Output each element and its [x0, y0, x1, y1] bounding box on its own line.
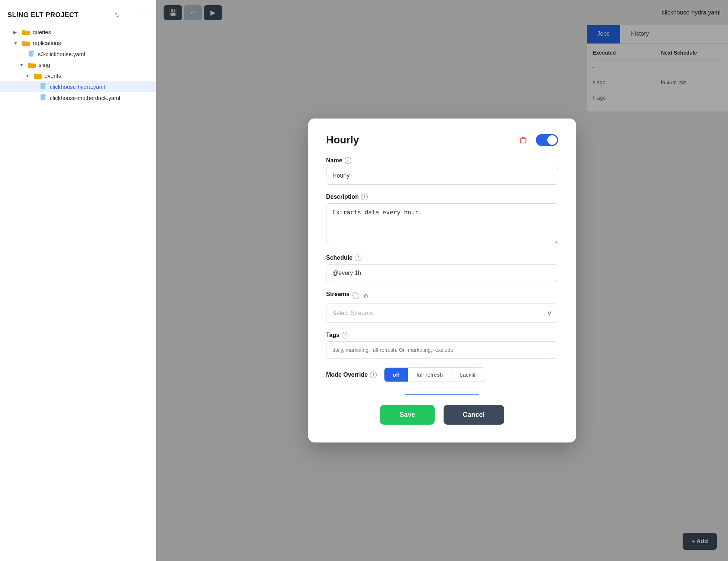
folder-icon — [22, 40, 30, 46]
save-button[interactable]: Save — [380, 405, 434, 425]
modal-header: Hourly — [326, 133, 558, 147]
sidebar-label-queries: queries — [33, 29, 51, 35]
streams-select[interactable]: Select Streams ∨ — [326, 304, 558, 323]
streams-gear-icon[interactable]: ⚙ — [362, 292, 370, 299]
toggle-knob — [547, 135, 557, 145]
mode-override-label: Mode Override i — [326, 372, 377, 378]
schedule-field-group: Schedule i — [326, 254, 558, 282]
refresh-icon[interactable]: ↻ — [113, 10, 122, 19]
modal-overlay[interactable]: Hourly Name — [156, 0, 728, 561]
expand-icon[interactable]: ⛶ — [126, 10, 135, 19]
toggle-switch[interactable] — [536, 134, 558, 146]
main-content: 💾 ↩ ▶ clickhouse-hydra.yaml Jobs History — [156, 0, 728, 561]
svg-rect-1 — [22, 30, 25, 32]
name-field-group: Name i — [326, 157, 558, 185]
sidebar-header: SLING ELT PROJECT ↻ ⛶ — — [0, 6, 156, 27]
schedule-input[interactable] — [326, 264, 558, 282]
chevron-down-icon: ∨ — [547, 309, 552, 317]
description-info-icon[interactable]: i — [361, 194, 368, 200]
sidebar-title: SLING ELT PROJECT — [7, 11, 78, 19]
tags-info-icon[interactable]: i — [342, 332, 348, 338]
streams-field-group: Streams i ⚙ Select Streams ∨ — [326, 291, 558, 323]
svg-rect-6 — [28, 63, 31, 64]
minimize-icon[interactable]: — — [139, 10, 148, 19]
modal-actions: Save Cancel — [326, 405, 558, 425]
modal-title: Hourly — [326, 134, 359, 146]
schedule-label: Schedule i — [326, 254, 558, 261]
sidebar-label-events: events — [45, 72, 61, 79]
delete-button[interactable] — [516, 133, 530, 147]
sidebar-item-queries[interactable]: ▶ queries — [0, 27, 156, 38]
folder-icon — [22, 29, 30, 35]
file-icon — [40, 83, 47, 90]
file-icon — [28, 51, 35, 57]
tags-field-group: Tags i — [326, 332, 558, 359]
arrow-icon: ▼ — [19, 62, 25, 68]
schedule-info-icon[interactable]: i — [355, 254, 361, 261]
modal-dialog: Hourly Name — [308, 119, 576, 442]
streams-label: Streams — [326, 291, 349, 298]
mode-option-backfill[interactable]: backfill — [451, 368, 485, 382]
name-input[interactable] — [326, 167, 558, 185]
sidebar-item-sling[interactable]: ▼ sling — [0, 59, 156, 70]
cancel-button[interactable]: Cancel — [444, 405, 504, 425]
description-textarea[interactable] — [326, 203, 558, 244]
description-label: Description i — [326, 194, 558, 200]
description-field-group: Description i — [326, 194, 558, 246]
streams-label-row: Streams i ⚙ — [326, 291, 558, 301]
streams-info-icon[interactable]: i — [352, 292, 359, 299]
arrow-icon: ▼ — [13, 40, 19, 46]
app-container: SLING ELT PROJECT ↻ ⛶ — ▶ queries ▼ repl… — [0, 0, 728, 561]
svg-rect-4 — [29, 51, 33, 56]
sidebar-item-clickhouse-motherduck[interactable]: clickhouse-motherduck.yaml — [0, 92, 156, 103]
sidebar-label-s3-clickhouse: s3-clickhouse.yaml — [38, 51, 85, 57]
arrow-icon: ▼ — [25, 73, 31, 78]
svg-rect-9 — [41, 83, 45, 89]
trash-icon — [519, 136, 527, 144]
streams-placeholder: Select Streams — [332, 310, 373, 317]
arrow-icon: ▶ — [13, 30, 19, 35]
sidebar-item-s3-clickhouse[interactable]: s3-clickhouse.yaml — [0, 48, 156, 59]
tags-label: Tags i — [326, 332, 558, 338]
svg-rect-10 — [41, 94, 45, 100]
name-info-icon[interactable]: i — [345, 157, 351, 164]
svg-rect-3 — [22, 41, 25, 42]
sidebar-item-events[interactable]: ▼ events — [0, 70, 156, 81]
modal-header-actions — [516, 133, 558, 147]
name-label: Name i — [326, 157, 558, 164]
mode-option-off[interactable]: off — [384, 368, 408, 382]
sidebar-label-clickhouse-hydra: clickhouse-hydra.yaml — [50, 84, 105, 90]
sidebar-label-replications: replications — [33, 40, 61, 46]
folder-icon — [28, 62, 36, 68]
svg-rect-8 — [34, 74, 37, 75]
sidebar-actions: ↻ ⛶ — — [113, 10, 148, 19]
mode-override-info-icon[interactable]: i — [370, 372, 377, 378]
file-icon — [40, 94, 47, 101]
mode-option-full-refresh[interactable]: full-refresh — [408, 368, 451, 382]
mode-override-row: Mode Override i off full-refresh backfil… — [326, 367, 558, 382]
folder-icon — [34, 73, 42, 79]
mode-options: off full-refresh backfill — [384, 367, 485, 382]
sidebar-item-replications[interactable]: ▼ replications — [0, 38, 156, 48]
sidebar-label-sling: sling — [39, 62, 50, 68]
sidebar-item-clickhouse-hydra[interactable]: clickhouse-hydra.yaml — [0, 81, 156, 92]
sidebar-label-clickhouse-motherduck: clickhouse-motherduck.yaml — [50, 95, 120, 101]
tags-input[interactable] — [326, 341, 558, 359]
sidebar: SLING ELT PROJECT ↻ ⛶ — ▶ queries ▼ repl… — [0, 0, 156, 561]
modal-divider — [405, 394, 479, 395]
